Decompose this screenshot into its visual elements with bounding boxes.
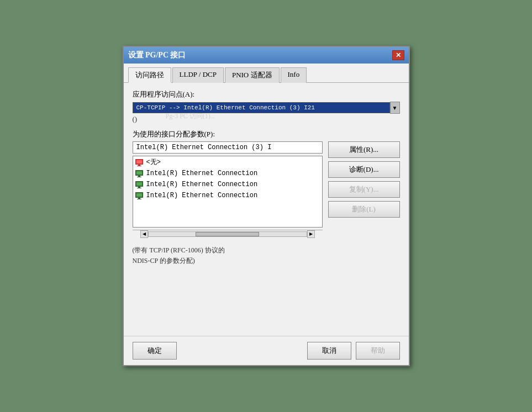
list-item[interactable]: Intel(R) Ethernet Connection bbox=[133, 179, 322, 190]
dialog-window: 设置 PG/PC 接口 ✕ 访问路径 LLDP / DCP PNIO 适配器 I… bbox=[123, 46, 410, 366]
access-point-label: 应用程序访问点(A): bbox=[133, 89, 400, 99]
item-none-icon bbox=[135, 158, 144, 167]
cancel-button[interactable]: 取消 bbox=[307, 342, 351, 360]
item-intel3-label: Intel(R) Ethernet Connection bbox=[146, 192, 258, 199]
svg-rect-2 bbox=[138, 165, 140, 166]
interface-buttons: 属性(R)... 诊断(D)... 复制(Y)... 删除(L) bbox=[328, 141, 400, 237]
access-point-subtext: () bbox=[133, 115, 400, 124]
interface-section: 为使用的接口分配参数(P): Intel(R) Ethernet Connect… bbox=[133, 129, 400, 237]
bottom-bar: 确定 取消 帮助 bbox=[124, 336, 409, 365]
interface-list-area: Intel(R) Ethernet Connection (3) I bbox=[133, 141, 323, 237]
ok-button[interactable]: 确定 bbox=[133, 342, 177, 360]
description-text: (带有 TCP/IP (RFC-1006) 协议的NDIS-CP 的参数分配) bbox=[133, 245, 400, 266]
svg-rect-7 bbox=[137, 177, 141, 177]
interface-section-label: 为使用的接口分配参数(P): bbox=[133, 129, 400, 139]
interface-display: Intel(R) Ethernet Connection (3) I bbox=[133, 141, 323, 154]
scroll-left-button[interactable]: ◀ bbox=[140, 230, 148, 238]
scroll-right-button[interactable]: ▶ bbox=[307, 230, 315, 238]
interface-list-box[interactable]: <无> Intel(R) Etherne bbox=[133, 156, 323, 228]
title-bar: 设置 PG/PC 接口 ✕ bbox=[124, 47, 409, 64]
tab-pnio[interactable]: PNIO 适配器 bbox=[225, 67, 280, 83]
bottom-right-buttons: 取消 帮助 bbox=[307, 342, 400, 360]
access-point-dropdown-row: CP-TCPIP --> Intel(R) Ethernet Connectio… bbox=[133, 102, 400, 114]
svg-rect-10 bbox=[138, 187, 140, 188]
delete-button[interactable]: 删除(L) bbox=[328, 201, 400, 218]
dropdown-arrow-button[interactable]: ▼ bbox=[390, 102, 400, 114]
svg-rect-11 bbox=[137, 188, 141, 188]
item-intel1-icon bbox=[135, 169, 144, 178]
access-point-section: 应用程序访问点(A): CP-TCPIP --> Intel(R) Ethern… bbox=[133, 89, 400, 124]
scrollbar-track[interactable] bbox=[148, 231, 307, 237]
close-button[interactable]: ✕ bbox=[392, 50, 404, 60]
properties-button[interactable]: 属性(R)... bbox=[328, 141, 400, 158]
svg-rect-1 bbox=[136, 160, 142, 163]
dropdown-value: CP-TCPIP --> Intel(R) Ethernet Connectio… bbox=[136, 104, 315, 111]
svg-rect-14 bbox=[138, 198, 140, 199]
list-item[interactable]: <无> bbox=[133, 156, 322, 168]
list-item[interactable]: Intel(R) Ethernet Connection bbox=[133, 168, 322, 179]
interface-row: Intel(R) Ethernet Connection (3) I bbox=[133, 141, 400, 237]
horizontal-scrollbar[interactable]: ◀ ▶ bbox=[133, 230, 323, 237]
tab-info[interactable]: Info bbox=[281, 67, 307, 83]
main-content: 应用程序访问点(A): CP-TCPIP --> Intel(R) Ethern… bbox=[124, 83, 409, 336]
tab-bar: 访问路径 LLDP / DCP PNIO 适配器 Info bbox=[124, 64, 409, 83]
svg-rect-3 bbox=[137, 166, 141, 166]
tab-lldp[interactable]: LLDP / DCP bbox=[172, 67, 224, 83]
dialog-title: 设置 PG/PC 接口 bbox=[128, 50, 186, 60]
scrollbar-thumb[interactable] bbox=[196, 232, 259, 236]
svg-rect-9 bbox=[136, 182, 142, 186]
help-button[interactable]: 帮助 bbox=[356, 342, 400, 360]
item-intel3-icon bbox=[135, 191, 144, 200]
item-none-label: <无> bbox=[146, 157, 161, 167]
svg-rect-15 bbox=[137, 199, 141, 199]
item-intel2-icon bbox=[135, 180, 144, 189]
svg-rect-13 bbox=[136, 193, 142, 197]
tab-access[interactable]: 访问路径 bbox=[128, 67, 171, 83]
access-point-dropdown[interactable]: CP-TCPIP --> Intel(R) Ethernet Connectio… bbox=[133, 102, 390, 113]
diagnose-button[interactable]: 诊断(D)... bbox=[328, 161, 400, 178]
item-intel1-label: Intel(R) Ethernet Connection bbox=[146, 170, 258, 177]
svg-rect-5 bbox=[136, 171, 142, 175]
svg-rect-6 bbox=[138, 176, 140, 177]
item-intel2-label: Intel(R) Ethernet Connection bbox=[146, 181, 258, 188]
list-item[interactable]: Intel(R) Ethernet Connection bbox=[133, 190, 322, 201]
copy-button[interactable]: 复制(Y)... bbox=[328, 181, 400, 198]
